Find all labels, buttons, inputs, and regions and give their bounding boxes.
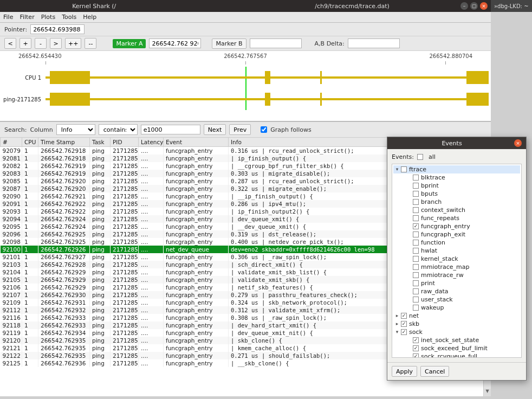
events-tree[interactable]: ▾ftraceblktracebprintbputsbranchcontext_… <box>392 164 522 358</box>
nav-zoom-in-button[interactable]: + <box>20 38 31 49</box>
col-pid[interactable]: PID <box>111 138 139 147</box>
menu-file[interactable]: File <box>3 14 13 21</box>
tree-checkbox[interactable] <box>413 256 419 262</box>
col-event[interactable]: Event <box>164 138 229 147</box>
marker-b-button[interactable]: Marker B <box>212 38 246 49</box>
search-prev-button[interactable]: Prev <box>229 124 251 135</box>
tree-checkbox[interactable] <box>413 175 419 181</box>
tree-checkbox[interactable] <box>413 353 419 358</box>
menu-tools[interactable]: Tools <box>62 14 76 21</box>
search-column-select[interactable]: Info <box>56 124 95 135</box>
tree-item[interactable]: branch <box>393 198 520 206</box>
tree-item[interactable]: funcgraph_exit <box>393 230 520 239</box>
cell-ev: funcgraph_entry <box>164 208 229 215</box>
tree-checkbox[interactable] <box>413 264 419 270</box>
close-button[interactable]: × <box>480 2 488 10</box>
cell-n: 92105 <box>1 276 22 284</box>
tree-item[interactable]: kernel_stack <box>393 255 520 263</box>
tree-checkbox[interactable] <box>401 166 407 172</box>
nav-back-button[interactable]: < <box>4 38 16 49</box>
tree-item[interactable]: blktrace <box>393 173 520 182</box>
scroll-down-icon[interactable]: ▼ <box>484 389 491 396</box>
tree-checkbox[interactable] <box>413 337 419 343</box>
tree-item[interactable]: bprint <box>393 182 520 190</box>
tree-item[interactable]: ▾sock <box>393 328 520 336</box>
tree-item[interactable]: function <box>393 239 520 247</box>
menu-filter[interactable]: Filter <box>20 14 34 21</box>
nav-zoom-in-fast-button[interactable]: ++ <box>65 38 81 49</box>
tree-checkbox[interactable] <box>413 191 419 197</box>
tree-item[interactable]: bputs <box>393 190 520 198</box>
tree-item[interactable]: hwlat <box>393 247 520 255</box>
tree-checkbox[interactable] <box>413 183 419 189</box>
tree-checkbox[interactable] <box>413 231 419 237</box>
tree-checkbox[interactable] <box>401 313 407 319</box>
tree-item[interactable]: mmiotrace_map <box>393 263 520 271</box>
tree-item[interactable]: user_stack <box>393 295 520 304</box>
tree-checkbox[interactable] <box>413 305 419 311</box>
tree-checkbox[interactable] <box>413 280 419 286</box>
menu-plots[interactable]: Plots <box>41 14 55 21</box>
tree-item[interactable]: sock_rcvqueue_full <box>393 352 520 358</box>
tree-item[interactable]: wakeup <box>393 304 520 312</box>
tree-item[interactable]: print <box>393 279 520 287</box>
tree-checkbox[interactable] <box>413 248 419 254</box>
cell-ev: funcgraph_entry <box>164 329 229 337</box>
col-timestamp[interactable]: Time Stamp <box>38 138 90 147</box>
timeline-panel[interactable]: 266542.654430 266542.767567 266542.88070… <box>0 51 491 121</box>
tree-item[interactable]: ▾ftrace <box>393 165 520 173</box>
cell-pid: 2171285 <box>111 306 139 314</box>
events-dialog[interactable]: Events × Events: all ▾ftraceblktracebpri… <box>387 137 527 381</box>
tree-checkbox[interactable] <box>413 223 419 229</box>
expand-icon[interactable]: ▾ <box>394 328 400 336</box>
nav-forward-button[interactable]: > <box>50 38 62 49</box>
maximize-button[interactable]: ▢ <box>470 2 478 10</box>
marker-b-field[interactable] <box>250 38 302 48</box>
tree-item[interactable]: funcgraph_entry <box>393 222 520 230</box>
menu-help[interactable]: Help <box>83 14 96 21</box>
tree-checkbox[interactable] <box>413 297 419 303</box>
col-task[interactable]: Task <box>90 138 111 147</box>
delta-field[interactable] <box>348 38 400 48</box>
tree-checkbox[interactable] <box>401 321 407 327</box>
nav-zoom-out-fast-button[interactable]: -- <box>85 38 96 49</box>
all-checkbox[interactable] <box>417 154 423 160</box>
marker-a-button[interactable]: Marker A <box>113 39 146 48</box>
tree-item[interactable]: sock_exceed_buf_limit <box>393 344 520 352</box>
tree-checkbox[interactable] <box>413 207 419 213</box>
tree-checkbox[interactable] <box>413 215 419 221</box>
tree-item[interactable]: context_switch <box>393 206 520 214</box>
tree-item[interactable]: raw_data <box>393 287 520 295</box>
expand-icon[interactable]: ▸ <box>394 312 400 320</box>
apply-button[interactable]: Apply <box>392 366 417 377</box>
col-cpu[interactable]: CPU <box>22 138 38 147</box>
tree-checkbox[interactable] <box>413 288 419 294</box>
tree-item[interactable]: ▸net <box>393 312 520 320</box>
graph-follows-checkbox[interactable] <box>261 126 267 133</box>
tree-checkbox[interactable] <box>401 329 407 335</box>
tree-item[interactable]: ▸skb <box>393 320 520 328</box>
tree-checkbox[interactable] <box>413 272 419 278</box>
cell-ts: 266542.762932 <box>38 306 90 314</box>
pointer-field[interactable] <box>30 24 85 34</box>
col-latency[interactable]: Latency <box>139 138 164 147</box>
tree-checkbox[interactable] <box>413 199 419 205</box>
tree-item[interactable]: mmiotrace_rw <box>393 271 520 279</box>
tree-checkbox[interactable] <box>413 345 419 351</box>
search-match-select[interactable]: contains <box>99 124 138 135</box>
cancel-button[interactable]: Cancel <box>420 366 449 377</box>
marker-a-field[interactable] <box>149 38 201 48</box>
track-ping[interactable]: ping-2171285 <box>2 88 489 110</box>
tree-checkbox[interactable] <box>413 240 419 246</box>
col-num[interactable]: # <box>1 138 22 147</box>
minimize-button[interactable]: – <box>460 2 468 10</box>
search-text-input[interactable] <box>141 125 200 134</box>
expand-icon[interactable]: ▾ <box>394 165 400 173</box>
tree-item[interactable]: func_repeats <box>393 214 520 222</box>
tree-item[interactable]: inet_sock_set_state <box>393 336 520 344</box>
search-next-button[interactable]: Next <box>204 124 226 135</box>
nav-zoom-out-button[interactable]: - <box>35 38 47 49</box>
track-cpu1[interactable]: CPU 1 <box>2 67 489 88</box>
dialog-close-button[interactable]: × <box>514 139 522 147</box>
expand-icon[interactable]: ▸ <box>394 320 400 328</box>
